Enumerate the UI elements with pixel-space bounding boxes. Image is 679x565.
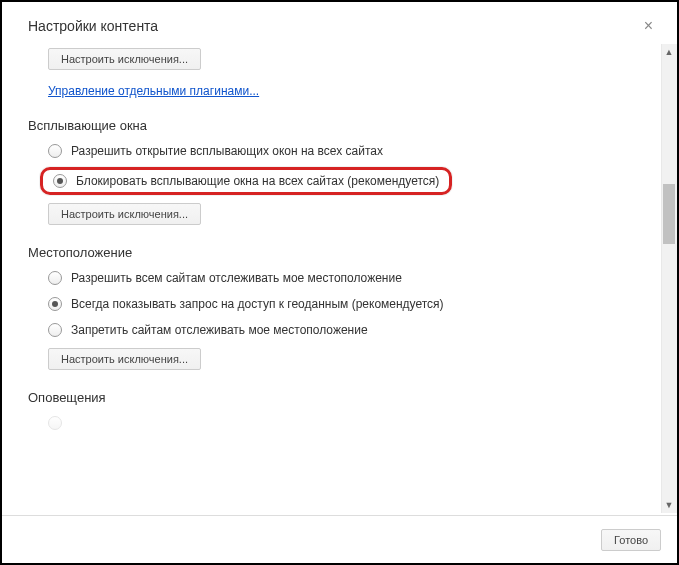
location-exceptions-button[interactable]: Настроить исключения... — [48, 348, 201, 370]
radio-label: Блокировать всплывающие окна на всех сай… — [76, 174, 439, 188]
radio-label: Всегда показывать запрос на доступ к гео… — [71, 297, 444, 311]
scroll-up-icon[interactable]: ▲ — [661, 44, 677, 60]
scrollbar[interactable]: ▲ ▼ — [661, 44, 677, 513]
dialog-title: Настройки контента — [28, 18, 158, 34]
popups-block-option[interactable]: Блокировать всплывающие окна на всех сай… — [40, 167, 452, 195]
location-ask-option[interactable]: Всегда показывать запрос на доступ к гео… — [48, 294, 651, 314]
scrollbar-thumb[interactable] — [663, 184, 675, 244]
radio-label: Разрешить всем сайтам отслеживать мое ме… — [71, 271, 402, 285]
location-deny-option[interactable]: Запретить сайтам отслеживать мое местопо… — [48, 320, 651, 340]
radio-label: Запретить сайтам отслеживать мое местопо… — [71, 323, 368, 337]
radio-icon — [48, 323, 62, 337]
radio-icon — [53, 174, 67, 188]
scroll-down-icon[interactable]: ▼ — [661, 497, 677, 513]
location-allow-option[interactable]: Разрешить всем сайтам отслеживать мое ме… — [48, 268, 651, 288]
dialog-footer: Готово — [2, 515, 677, 563]
popups-exceptions-button[interactable]: Настроить исключения... — [48, 203, 201, 225]
popups-allow-option[interactable]: Разрешить открытие всплывающих окон на в… — [48, 141, 651, 161]
close-icon[interactable]: × — [640, 18, 657, 34]
plugins-exceptions-button[interactable]: Настроить исключения... — [48, 48, 201, 70]
content-scroll: Настроить исключения... Управление отдел… — [2, 44, 661, 513]
radio-label: Разрешить открытие всплывающих окон на в… — [71, 144, 383, 158]
section-title-location: Местоположение — [28, 245, 651, 260]
done-button[interactable]: Готово — [601, 529, 661, 551]
manage-plugins-link[interactable]: Управление отдельными плагинами... — [48, 84, 259, 98]
radio-icon — [48, 144, 62, 158]
section-title-notifications: Оповещения — [28, 390, 651, 405]
section-title-popups: Всплывающие окна — [28, 118, 651, 133]
notifications-option-partial[interactable] — [48, 413, 651, 433]
radio-icon — [48, 297, 62, 311]
radio-icon — [48, 416, 62, 430]
radio-icon — [48, 271, 62, 285]
